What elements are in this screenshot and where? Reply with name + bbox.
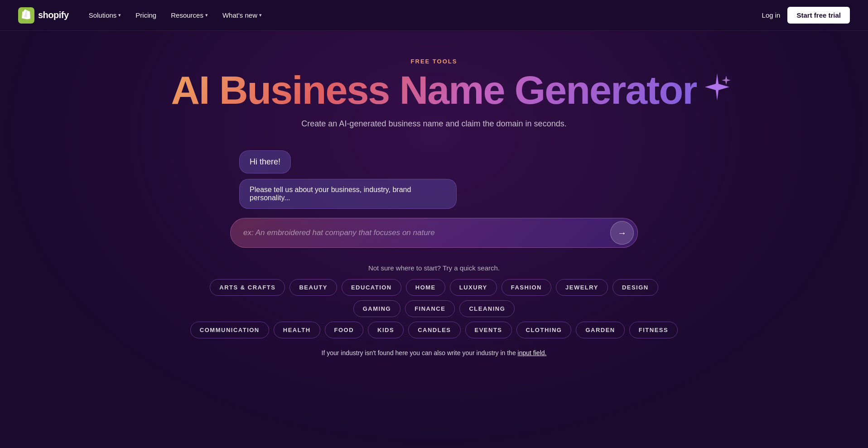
tag-pill-beauty[interactable]: BEAUTY <box>289 279 337 296</box>
sparkle-icon <box>701 71 733 109</box>
nav-resources[interactable]: Resources ▾ <box>165 8 213 23</box>
login-label: Log in <box>762 11 781 19</box>
tag-pill-cleaning[interactable]: CLEANING <box>459 300 515 317</box>
tag-pill-fitness[interactable]: FITNESS <box>629 322 678 338</box>
resources-chevron-icon: ▾ <box>205 12 208 18</box>
tag-pill-clothing[interactable]: CLOTHING <box>516 322 572 338</box>
nav-pricing[interactable]: Pricing <box>130 8 162 23</box>
nav-solutions[interactable]: Solutions ▾ <box>83 8 127 23</box>
hero-title: AI Business Name Generator <box>171 70 697 110</box>
tag-pill-kids[interactable]: KIDS <box>368 322 404 338</box>
login-link[interactable]: Log in <box>762 11 781 19</box>
logo-text: shopify <box>38 10 69 20</box>
hero-subtitle: Create an AI-generated business name and… <box>301 119 566 129</box>
nav-left: shopify Solutions ▾ Pricing Resources ▾ … <box>18 7 267 24</box>
hero-section: FREE TOOLS AI Business Name Generator Cr… <box>0 31 868 375</box>
tag-pill-home[interactable]: HOME <box>406 279 445 296</box>
tag-pill-garden[interactable]: GARDEN <box>576 322 624 338</box>
footer-note: If your industry isn't found here you ca… <box>322 349 547 356</box>
tag-pill-luxury[interactable]: LUXURY <box>450 279 497 296</box>
whats-new-chevron-icon: ▾ <box>259 12 262 18</box>
nav-pricing-label: Pricing <box>135 11 156 19</box>
tag-pill-finance[interactable]: FINANCE <box>405 300 455 317</box>
tag-pill-candles[interactable]: CANDLES <box>408 322 460 338</box>
search-submit-button[interactable]: → <box>610 221 634 245</box>
nav-whats-new-label: What's new <box>222 11 257 19</box>
free-tools-label: FREE TOOLS <box>411 58 458 65</box>
nav-menu: Solutions ▾ Pricing Resources ▾ What's n… <box>83 8 267 23</box>
arrow-right-icon: → <box>617 228 627 238</box>
tag-pill-events[interactable]: EVENTS <box>465 322 512 338</box>
quick-search-label: Not sure where to start? Try a quick sea… <box>368 264 500 272</box>
chat-area: Hi there! Please tell us about your busi… <box>230 150 638 209</box>
navbar: shopify Solutions ▾ Pricing Resources ▾ … <box>0 0 868 31</box>
chat-prompt-bubble: Please tell us about your business, indu… <box>239 179 457 209</box>
nav-resources-label: Resources <box>171 11 203 19</box>
tag-pill-health[interactable]: HEALTH <box>274 322 320 338</box>
tags-row: ARTS & CRAFTSBEAUTYEDUCATIONHOMELUXURYFA… <box>185 279 683 338</box>
hero-title-wrapper: AI Business Name Generator <box>171 70 697 110</box>
tag-pill-communication[interactable]: COMMUNICATION <box>190 322 269 338</box>
start-trial-button[interactable]: Start free trial <box>787 7 850 24</box>
tag-pill-gaming[interactable]: GAMING <box>353 300 400 317</box>
solutions-chevron-icon: ▾ <box>118 12 121 18</box>
tag-pill-fashion[interactable]: FASHION <box>502 279 551 296</box>
nav-solutions-label: Solutions <box>89 11 117 19</box>
tag-pill-education[interactable]: EDUCATION <box>342 279 401 296</box>
nav-whats-new[interactable]: What's new ▾ <box>217 8 267 23</box>
nav-right: Log in Start free trial <box>762 7 850 24</box>
quick-search-section: Not sure where to start? Try a quick sea… <box>176 264 692 356</box>
search-input[interactable] <box>243 220 610 246</box>
chat-greeting-text: Hi there! <box>250 157 280 166</box>
tag-pill-arts---crafts[interactable]: ARTS & CRAFTS <box>210 279 285 296</box>
footer-note-text: If your industry isn't found here you ca… <box>322 349 516 356</box>
tag-pill-food[interactable]: FOOD <box>325 322 364 338</box>
shopify-logo-icon <box>18 7 34 24</box>
search-container: → <box>230 218 638 248</box>
input-field-link-text: input field. <box>518 349 547 356</box>
logo[interactable]: shopify <box>18 7 69 24</box>
chat-prompt-text: Please tell us about your business, indu… <box>250 186 411 202</box>
input-field-link[interactable]: input field. <box>518 349 547 356</box>
tag-pill-jewelry[interactable]: JEWELRY <box>556 279 608 296</box>
tag-pill-design[interactable]: DESIGN <box>612 279 658 296</box>
search-wrapper: → <box>185 218 683 248</box>
chat-greeting-bubble: Hi there! <box>239 150 291 173</box>
